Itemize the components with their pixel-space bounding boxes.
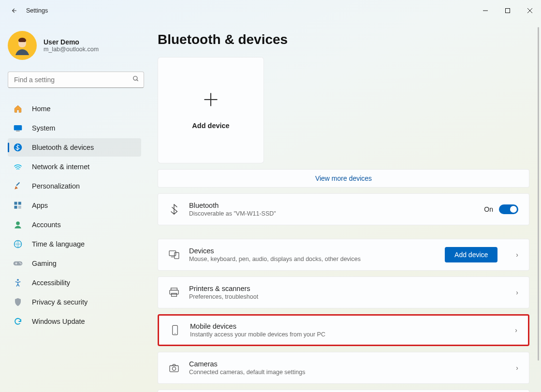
mouse-card[interactable]: Mouse xyxy=(158,390,529,392)
svg-rect-23 xyxy=(169,251,176,256)
user-email: m_lab@outlook.com xyxy=(44,46,99,53)
printers-title: Printers & scanners xyxy=(189,285,506,292)
nav-gaming[interactable]: Gaming xyxy=(8,254,141,273)
add-device-tile[interactable]: Add device xyxy=(158,57,264,163)
personalization-icon xyxy=(13,181,23,191)
svg-line-6 xyxy=(137,80,138,81)
devices-subtitle: Mouse, keyboard, pen, audio, displays an… xyxy=(189,256,435,262)
nav-personalization[interactable]: Personalization xyxy=(8,177,141,195)
bluetooth-toggle-label: On xyxy=(484,205,493,213)
main-content: Bluetooth & devices Add device View more… xyxy=(146,21,541,392)
nav-apps[interactable]: Apps xyxy=(8,196,141,215)
add-device-label: Add device xyxy=(192,122,229,130)
svg-rect-14 xyxy=(18,206,21,209)
svg-rect-10 xyxy=(16,182,20,186)
svg-point-19 xyxy=(20,263,21,264)
nav-windows-update[interactable]: Windows Update xyxy=(8,312,141,331)
nav-label: Windows Update xyxy=(32,318,85,325)
svg-point-15 xyxy=(16,221,20,225)
view-more-devices-link[interactable]: View more devices xyxy=(158,169,529,188)
nav-network[interactable]: Network & internet xyxy=(8,158,141,176)
vertical-scrollbar[interactable] xyxy=(538,27,539,361)
svg-rect-7 xyxy=(14,125,22,131)
nav-privacy-security[interactable]: Privacy & security xyxy=(8,293,141,311)
nav-home[interactable]: Home xyxy=(8,100,141,118)
user-name: User Demo xyxy=(44,38,99,46)
nav-accessibility[interactable]: Accessibility xyxy=(8,274,141,292)
printers-subtitle: Preferences, troubleshoot xyxy=(189,293,506,300)
update-icon xyxy=(13,316,23,327)
sidebar: User Demo m_lab@outlook.com Home System … xyxy=(0,21,146,392)
nav-accounts[interactable]: Accounts xyxy=(8,216,141,234)
bluetooth-icon xyxy=(169,204,179,215)
svg-point-5 xyxy=(133,76,137,80)
bluetooth-subtitle: Discoverable as "VM-W11-SSD" xyxy=(189,210,474,217)
maximize-button[interactable] xyxy=(497,3,519,18)
nav-system[interactable]: System xyxy=(8,119,141,137)
search-icon xyxy=(132,75,139,84)
user-account-row[interactable]: User Demo m_lab@outlook.com xyxy=(8,31,141,60)
nav-label: Network & internet xyxy=(32,163,89,171)
mobile-devices-card[interactable]: Mobile devices Instantly access your mob… xyxy=(158,314,529,346)
mobile-subtitle: Instantly access your mobile devices fro… xyxy=(190,331,505,338)
bluetooth-title: Bluetooth xyxy=(189,202,474,209)
svg-rect-26 xyxy=(171,288,177,290)
devices-icon xyxy=(169,250,179,259)
mobile-icon xyxy=(170,325,180,335)
printers-scanners-card[interactable]: Printers & scanners Preferences, trouble… xyxy=(158,276,529,308)
svg-point-32 xyxy=(172,367,175,370)
nav-time-language[interactable]: Time & language xyxy=(8,235,141,253)
chevron-right-icon: › xyxy=(516,289,518,296)
chevron-right-icon: › xyxy=(515,326,517,334)
nav-bluetooth-devices[interactable]: Bluetooth & devices xyxy=(8,138,141,157)
apps-icon xyxy=(13,200,23,211)
page-title: Bluetooth & devices xyxy=(158,32,529,47)
nav-label: Apps xyxy=(32,202,48,209)
bluetooth-card[interactable]: Bluetooth Discoverable as "VM-W11-SSD" O… xyxy=(158,193,529,225)
svg-rect-28 xyxy=(172,293,177,296)
svg-point-18 xyxy=(19,262,20,263)
cameras-subtitle: Connected cameras, default image setting… xyxy=(189,369,506,376)
gaming-icon xyxy=(13,258,23,269)
nav: Home System Bluetooth & devices Network … xyxy=(8,100,141,331)
cameras-card[interactable]: Cameras Connected cameras, default image… xyxy=(158,352,529,384)
nav-label: Time & language xyxy=(32,240,85,248)
accessibility-icon xyxy=(13,277,23,288)
nav-label: Accessibility xyxy=(32,279,70,287)
svg-rect-12 xyxy=(18,202,21,205)
network-icon xyxy=(13,161,23,172)
nav-label: Gaming xyxy=(32,260,57,267)
view-more-label: View more devices xyxy=(315,174,372,182)
minimize-button[interactable] xyxy=(474,3,497,18)
time-language-icon xyxy=(13,239,23,249)
close-button[interactable] xyxy=(519,3,541,18)
nav-label: Privacy & security xyxy=(32,298,88,306)
window-title: Settings xyxy=(26,7,48,14)
accounts-icon xyxy=(13,219,23,230)
cameras-title: Cameras xyxy=(189,360,506,368)
devices-title: Devices xyxy=(189,247,435,255)
nav-label: Home xyxy=(32,105,51,113)
camera-icon xyxy=(169,363,179,372)
nav-label: System xyxy=(32,124,55,132)
svg-rect-1 xyxy=(506,9,510,13)
svg-rect-31 xyxy=(170,366,178,372)
chevron-right-icon: › xyxy=(516,251,518,259)
system-icon xyxy=(13,123,23,133)
devices-card[interactable]: Devices Mouse, keyboard, pen, audio, dis… xyxy=(158,239,529,271)
add-device-button[interactable]: Add device xyxy=(445,247,497,262)
search-input[interactable] xyxy=(8,72,144,88)
bluetooth-icon xyxy=(13,142,23,153)
bluetooth-toggle[interactable] xyxy=(499,204,518,214)
titlebar: Settings xyxy=(0,0,541,21)
svg-rect-13 xyxy=(15,206,17,209)
back-button[interactable] xyxy=(8,5,19,16)
svg-rect-11 xyxy=(15,202,17,205)
svg-rect-8 xyxy=(16,131,20,131)
nav-label: Accounts xyxy=(32,221,61,229)
search-container xyxy=(8,72,144,88)
printer-icon xyxy=(169,288,179,297)
chevron-right-icon: › xyxy=(516,364,518,372)
window-controls xyxy=(474,3,541,18)
plus-icon xyxy=(202,91,219,111)
